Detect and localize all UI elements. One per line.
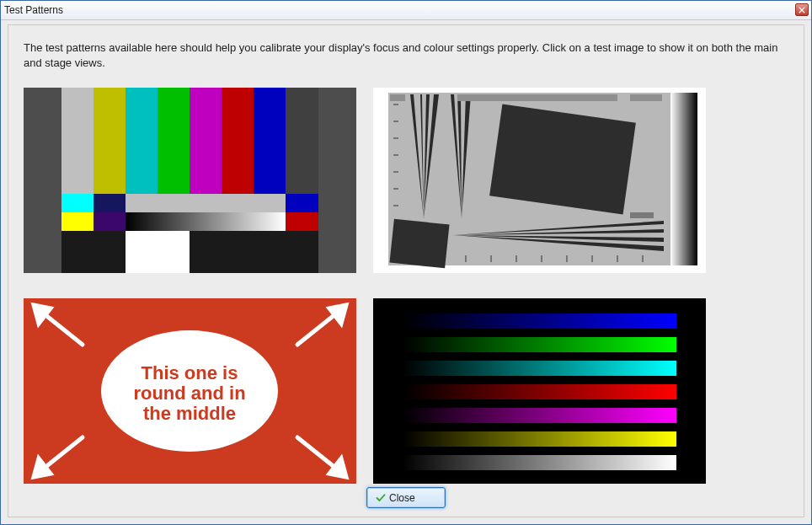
geometry-text-line2: round and in bbox=[133, 383, 245, 404]
close-button-label: Close bbox=[389, 492, 415, 504]
check-icon bbox=[376, 493, 386, 503]
dialog-body: The test patterns available here should … bbox=[8, 24, 804, 517]
colour-bars-image bbox=[24, 88, 356, 273]
test-patterns-window: Test Patterns The test patterns availabl… bbox=[0, 0, 812, 525]
titlebar: Test Patterns bbox=[1, 1, 811, 20]
svg-rect-10 bbox=[61, 194, 93, 212]
svg-rect-4 bbox=[126, 88, 158, 194]
svg-rect-58 bbox=[403, 361, 676, 376]
svg-rect-25 bbox=[389, 219, 449, 269]
svg-rect-44 bbox=[630, 212, 654, 218]
geometry-text-line1: This one is bbox=[142, 362, 238, 383]
pattern-grid: This one is round and in the middle bbox=[24, 88, 706, 484]
svg-rect-34 bbox=[457, 94, 617, 101]
svg-rect-3 bbox=[93, 88, 126, 194]
svg-rect-16 bbox=[126, 212, 286, 231]
svg-rect-23 bbox=[670, 93, 697, 265]
geometry-image: This one is round and in the middle bbox=[24, 298, 356, 484]
pattern-thumb-colour-bars[interactable] bbox=[24, 88, 356, 273]
svg-rect-2 bbox=[61, 88, 93, 194]
svg-rect-11 bbox=[93, 194, 126, 212]
svg-rect-1 bbox=[318, 88, 356, 273]
pattern-thumb-gradients[interactable] bbox=[373, 298, 706, 484]
window-title: Test Patterns bbox=[4, 4, 63, 16]
window-close-button[interactable] bbox=[795, 3, 809, 16]
svg-rect-24 bbox=[489, 104, 636, 214]
svg-rect-60 bbox=[403, 408, 676, 423]
svg-rect-15 bbox=[93, 212, 126, 231]
svg-rect-36 bbox=[390, 94, 405, 101]
svg-rect-13 bbox=[286, 194, 318, 212]
gradient-bars-image bbox=[373, 298, 706, 484]
geometry-text-line3: the middle bbox=[143, 403, 236, 424]
svg-rect-8 bbox=[254, 88, 286, 194]
svg-rect-18 bbox=[61, 231, 126, 273]
svg-rect-14 bbox=[61, 212, 93, 231]
svg-rect-12 bbox=[126, 194, 286, 212]
svg-rect-7 bbox=[222, 88, 254, 194]
button-row: Close bbox=[8, 487, 804, 508]
svg-rect-5 bbox=[158, 88, 190, 194]
svg-rect-62 bbox=[403, 455, 676, 470]
svg-rect-19 bbox=[126, 231, 190, 273]
svg-rect-20 bbox=[190, 231, 318, 273]
svg-rect-6 bbox=[190, 88, 222, 194]
svg-rect-35 bbox=[630, 94, 662, 101]
svg-rect-56 bbox=[403, 313, 676, 329]
description-text: The test patterns available here should … bbox=[24, 40, 787, 70]
svg-rect-57 bbox=[403, 337, 676, 352]
svg-rect-59 bbox=[403, 384, 676, 399]
svg-rect-17 bbox=[286, 212, 318, 231]
svg-rect-61 bbox=[403, 431, 676, 447]
pattern-thumb-focus-chart[interactable] bbox=[373, 88, 706, 273]
close-icon bbox=[799, 7, 805, 13]
svg-rect-0 bbox=[24, 88, 61, 273]
pattern-thumb-geometry[interactable]: This one is round and in the middle bbox=[24, 298, 356, 484]
close-button[interactable]: Close bbox=[366, 487, 446, 508]
svg-rect-9 bbox=[286, 88, 318, 194]
focus-chart-image bbox=[373, 88, 706, 273]
